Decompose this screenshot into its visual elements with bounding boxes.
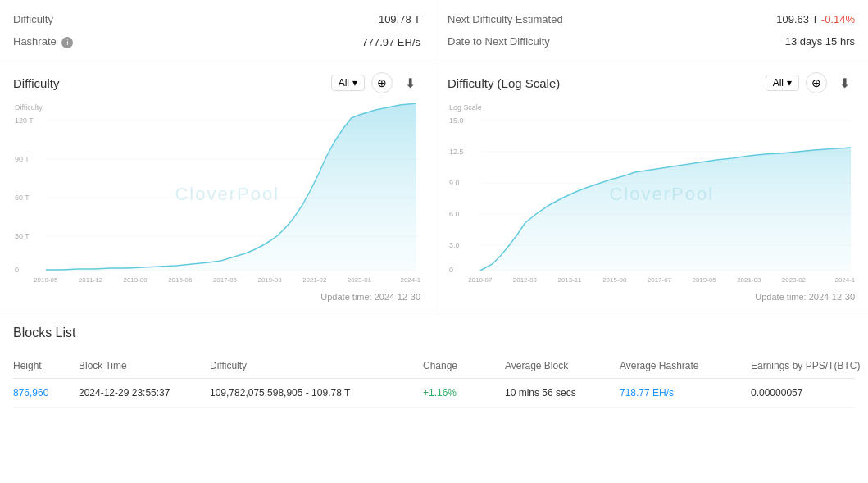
chart2-header: Difficulty (Log Scale) All ▾ ⊕ ⬇ [448,72,855,93]
next-difficulty-change: -0.14% [821,13,855,25]
svg-text:3.0: 3.0 [449,241,459,249]
svg-text:2019-03: 2019-03 [258,276,283,284]
chart1-controls: All ▾ ⊕ ⬇ [331,72,420,93]
table-row: 876,960 2024-12-29 23:55:37 109,782,075,… [13,379,855,408]
chart2-zoom-btn[interactable]: ⊕ [806,72,827,93]
chart2-container: CloverPool Log Scale 15.0 12.5 9.0 6.0 3… [448,100,855,289]
svg-text:2015-06: 2015-06 [168,276,193,284]
svg-text:2017-05: 2017-05 [213,276,238,284]
row-earnings: 0.00000057 [751,387,868,399]
chart2-all-dropdown[interactable]: All ▾ [766,75,799,91]
col-height: Height [13,360,79,371]
chart1-zoom-btn[interactable]: ⊕ [371,72,393,93]
svg-text:0: 0 [15,266,19,274]
chart2-download-btn[interactable]: ⬇ [834,72,855,93]
date-next-difficulty-row: Date to Next Difficulty 13 days 15 hrs [448,30,855,52]
chart1-svg: Difficulty 120 T 90 T 60 T 30 T 0 [13,100,420,289]
chart2-update-time: Update time: 2024-12-30 [448,292,855,302]
chart1-header: Difficulty All ▾ ⊕ ⬇ [13,72,420,93]
top-stats-bar: Difficulty 109.78 T Hashrate i 777.97 EH… [0,0,868,62]
row-avg-block: 10 mins 56 secs [505,387,620,399]
next-difficulty-label: Next Difficulty Estimated [448,13,563,25]
svg-text:2013-11: 2013-11 [558,276,583,284]
svg-text:2021-02: 2021-02 [302,276,327,284]
chart1-title: Difficulty [13,76,59,90]
svg-text:2015-08: 2015-08 [602,276,627,284]
svg-text:Difficulty: Difficulty [15,103,43,112]
difficulty-chart-panel: Difficulty All ▾ ⊕ ⬇ CloverPool Difficul… [0,62,434,312]
hashrate-info-icon[interactable]: i [61,37,73,48]
chart2-svg: Log Scale 15.0 12.5 9.0 6.0 3.0 0 [448,100,855,289]
col-earnings: Earnings by PPS/T(BTC) [751,360,868,371]
col-avg-hashrate: Average Hashrate [620,360,751,371]
svg-text:2023-01: 2023-01 [348,276,372,284]
svg-text:2010-05: 2010-05 [34,276,58,284]
svg-text:2024-12: 2024-12 [400,276,420,284]
difficulty-stat-row: Difficulty 109.78 T [13,8,420,30]
svg-text:120 T: 120 T [15,116,34,125]
difficulty-value: 109.78 T [379,13,420,25]
svg-text:2017-07: 2017-07 [648,276,672,284]
svg-text:9.0: 9.0 [449,179,459,187]
col-difficulty: Difficulty [210,360,423,371]
chart1-container: CloverPool Difficulty 120 T 90 T 60 T 30… [13,100,420,289]
svg-text:2021-03: 2021-03 [737,276,761,284]
table-header-row: Height Block Time Difficulty Change Aver… [13,353,855,379]
chart1-download-btn[interactable]: ⬇ [399,72,420,93]
svg-text:2023-02: 2023-02 [782,276,807,284]
svg-text:12.5: 12.5 [449,148,463,156]
svg-text:6.0: 6.0 [449,210,459,218]
blocks-title: Blocks List [13,326,855,340]
col-avg-block: Average Block [505,360,620,371]
svg-text:2019-05: 2019-05 [693,276,717,284]
hashrate-stat-row: Hashrate i 777.97 EH/s [13,30,420,53]
next-difficulty-value: 109.63 T -0.14% [776,13,855,25]
row-avg-hashrate: 718.77 EH/s [620,387,751,399]
svg-text:15.0: 15.0 [449,116,463,125]
svg-text:2011-12: 2011-12 [79,276,103,284]
row-difficulty: 109,782,075,598,905 - 109.78 T [210,387,423,399]
svg-text:2010-07: 2010-07 [468,276,493,284]
log-scale-chart-panel: Difficulty (Log Scale) All ▾ ⊕ ⬇ CloverP… [434,62,868,312]
hashrate-label: Hashrate i [13,35,73,48]
chart2-title: Difficulty (Log Scale) [448,76,560,90]
chart2-controls: All ▾ ⊕ ⬇ [766,72,855,93]
svg-text:90 T: 90 T [15,155,30,163]
col-change: Change [423,360,505,371]
col-block-time: Block Time [79,360,210,371]
left-stats: Difficulty 109.78 T Hashrate i 777.97 EH… [0,0,434,62]
row-block-time: 2024-12-29 23:55:37 [79,387,210,399]
svg-text:0: 0 [449,266,453,274]
date-next-value: 13 days 15 hrs [785,35,855,48]
date-next-label: Date to Next Difficulty [448,35,550,48]
svg-text:Log Scale: Log Scale [449,103,482,112]
hashrate-value: 777.97 EH/s [361,36,420,48]
right-stats: Next Difficulty Estimated 109.63 T -0.14… [434,0,868,62]
difficulty-label: Difficulty [13,13,53,25]
chart1-all-dropdown[interactable]: All ▾ [331,75,365,91]
row-change: +1.16% [423,387,505,399]
blocks-section: Blocks List Height Block Time Difficulty… [0,312,868,421]
height-link[interactable]: 876,960 [13,387,48,399]
svg-text:30 T: 30 T [15,232,30,240]
row-height: 876,960 [13,387,79,399]
svg-text:2012-03: 2012-03 [513,276,538,284]
charts-row: Difficulty All ▾ ⊕ ⬇ CloverPool Difficul… [0,62,868,312]
svg-text:60 T: 60 T [15,194,30,202]
next-difficulty-row: Next Difficulty Estimated 109.63 T -0.14… [448,8,855,30]
svg-text:2013-09: 2013-09 [124,276,148,284]
svg-text:2024-12: 2024-12 [834,276,855,284]
chart1-update-time: Update time: 2024-12-30 [13,292,420,302]
